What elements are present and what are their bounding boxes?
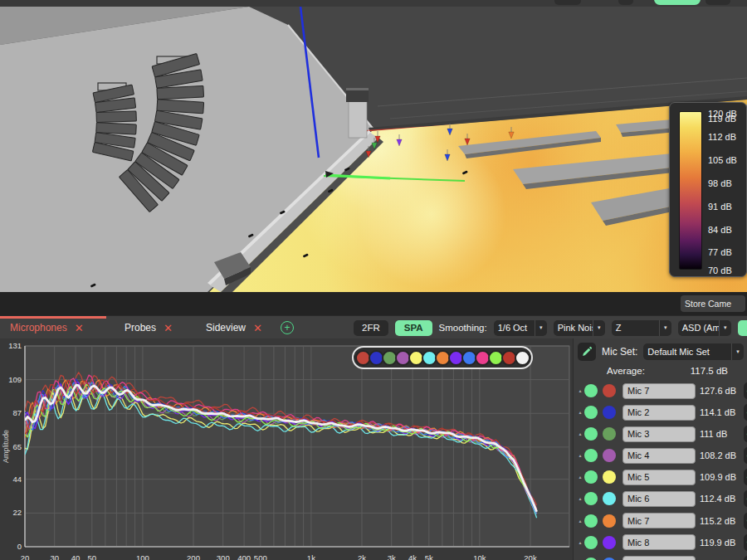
curve-color-legend (352, 346, 533, 369)
mic-enabled-toggle[interactable] (584, 384, 598, 397)
mic-enabled-toggle[interactable] (584, 514, 598, 528)
mic-name-field[interactable] (622, 448, 696, 464)
signal-dropdown[interactable]: Pink Nois ▾ (554, 320, 605, 336)
legend-tick-label: 84 dB (708, 225, 732, 235)
mic-color-swatch[interactable] (603, 449, 616, 462)
top-toolbar-strip (0, 0, 747, 7)
mic-level-value: 111 dB (700, 429, 743, 439)
row-expand-caret[interactable]: ▲ (578, 519, 583, 523)
x-tick-label: 3k (388, 553, 396, 560)
y-tick-label: 65 (12, 442, 22, 451)
mic-enabled-toggle[interactable] (584, 492, 598, 505)
tab-label: Probes (124, 322, 156, 334)
mic-level-value: 127.6 dB (700, 386, 743, 396)
mic-color-swatch[interactable] (603, 470, 616, 484)
mic-enabled-toggle[interactable] (584, 406, 598, 419)
average-value: 117.5 dB (691, 366, 728, 376)
tab-probes[interactable]: Probes ✕ (124, 316, 173, 339)
weighting-dropdown[interactable]: Z ▾ (612, 320, 671, 336)
row-expand-caret[interactable]: ▲ (578, 410, 583, 415)
close-icon[interactable]: ✕ (75, 323, 84, 334)
top-toolbar-button[interactable] (618, 0, 633, 5)
row-expand-caret[interactable]: ▲ (578, 431, 583, 436)
mic-color-swatch[interactable] (603, 427, 616, 441)
x-tick-label: 4k (408, 553, 417, 560)
mic-name-field[interactable] (622, 426, 696, 442)
mic-locate-button[interactable] (744, 556, 747, 560)
row-expand-caret[interactable]: ▲ (578, 496, 583, 501)
display-mode-dropdown[interactable]: ASD (Amp ▾ (678, 320, 731, 336)
tab-label: Microphones (10, 322, 67, 334)
3d-venue-viewport[interactable]: 120 dB119 dB112 dB105 dB98 dB91 dB84 dB7… (0, 7, 747, 292)
mic-name-field[interactable] (622, 491, 696, 507)
avg-button[interactable]: AVG (738, 320, 747, 336)
top-toolbar-active-button[interactable] (654, 0, 701, 5)
add-tab-button[interactable]: + (281, 321, 294, 334)
mic-row: ▲114.1 dB (578, 405, 747, 420)
mic-color-swatch[interactable] (603, 514, 616, 528)
mic-name-field[interactable] (622, 534, 696, 550)
y-tick-label: 44 (12, 475, 22, 484)
mic-color-swatch[interactable] (603, 406, 616, 419)
mic-name-field[interactable] (622, 470, 696, 485)
row-expand-caret[interactable]: ▲ (578, 475, 583, 480)
fr-mode-button[interactable]: 2FR (354, 320, 388, 336)
store-camera-button[interactable]: Store Came (681, 295, 745, 312)
mic-row: ▲127.6 dB (578, 383, 747, 398)
mic-enabled-toggle[interactable] (584, 427, 598, 441)
smoothing-label: Smoothing: (439, 323, 487, 333)
mic-enabled-toggle[interactable] (584, 536, 598, 549)
mic-enabled-toggle[interactable] (584, 470, 598, 484)
mic-locate-button[interactable] (744, 534, 747, 551)
mic-enabled-toggle[interactable] (584, 449, 598, 462)
viewport-bottom-bar: Store Came (0, 292, 747, 315)
mic-color-swatch[interactable] (603, 536, 616, 549)
smoothing-dropdown[interactable]: 1/6 Oct ▾ (494, 320, 547, 336)
mic-name-field[interactable] (622, 383, 696, 399)
x-tick-label: 20k (524, 553, 537, 560)
mic-name-field[interactable] (622, 405, 696, 421)
spl-colorbar (679, 111, 702, 270)
mic-color-swatch[interactable] (603, 492, 616, 505)
spa-mode-button[interactable]: SPA (395, 320, 432, 336)
mic-name-field[interactable] (622, 556, 696, 560)
y-tick-label: 0 (17, 542, 22, 551)
mic-color-swatch[interactable] (603, 384, 616, 397)
mic-locate-button[interactable] (744, 447, 747, 464)
signal-value: Pink Nois (554, 323, 593, 333)
mic-name-field[interactable] (622, 513, 696, 528)
curve-color-swatch[interactable] (515, 350, 530, 366)
mic-locate-button[interactable] (744, 404, 747, 421)
close-icon[interactable]: ✕ (164, 323, 173, 334)
chevron-down-icon: ▾ (719, 320, 731, 336)
chevron-down-icon: ▾ (535, 320, 547, 336)
x-tick-label: 20 (21, 553, 30, 560)
tab-sideview[interactable]: Sideview ✕ (206, 316, 262, 339)
mic-locate-button[interactable] (744, 426, 747, 442)
mic-set-label: Mic Set: (602, 346, 637, 358)
delay-tower (346, 88, 369, 138)
row-expand-caret[interactable]: ▲ (578, 388, 583, 393)
y-tick-label: 109 (8, 375, 22, 384)
microphone-panel: Mic Set: Default Mic Set ▾ Average: 117.… (573, 338, 747, 560)
mic-set-dropdown[interactable]: Default Mic Set ▾ (643, 343, 744, 360)
top-toolbar-button[interactable] (554, 0, 581, 5)
mic-locate-button[interactable] (744, 490, 747, 507)
chevron-down-icon: ▾ (659, 320, 671, 336)
mic-locate-button[interactable] (744, 513, 747, 529)
pencil-icon (581, 346, 593, 358)
3d-scene[interactable] (0, 7, 747, 292)
tab-microphones[interactable]: Microphones ✕ (10, 316, 84, 339)
close-icon[interactable]: ✕ (253, 323, 262, 334)
top-toolbar-button[interactable] (706, 0, 730, 5)
x-tick-label: 2k (358, 553, 366, 560)
row-expand-caret[interactable]: ▲ (578, 540, 583, 545)
analysis-tab-bar: Microphones ✕ Probes ✕ Sideview ✕ + 2FR … (0, 315, 747, 339)
x-tick-label: 40 (71, 553, 81, 560)
edit-mic-set-button[interactable] (578, 343, 596, 361)
mic-locate-button[interactable] (744, 382, 747, 399)
mic-locate-button[interactable] (744, 469, 747, 485)
row-expand-caret[interactable]: ▲ (578, 453, 583, 458)
x-tick-label: 400 (237, 553, 251, 560)
mic-level-value: 112.4 dB (700, 494, 743, 504)
